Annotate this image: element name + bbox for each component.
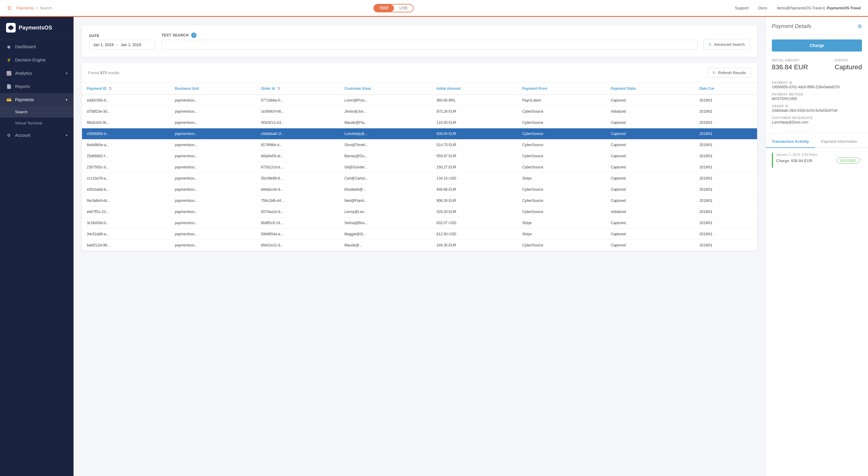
help-icon[interactable]: ? xyxy=(191,33,196,38)
sidebar-item-label-analytics: Analytics xyxy=(15,71,32,75)
table-cell: Captured xyxy=(606,95,695,106)
table-cell: Gil@Gunder... xyxy=(340,162,432,173)
col-order-id[interactable]: Order Id ⇅ xyxy=(256,83,340,95)
dashboard-icon: ◉ xyxy=(6,44,11,49)
table-row[interactable]: 8a4d8b0e-a...paymentsos...8176f96d-d...G… xyxy=(82,139,757,151)
table-cell: 50b8654a-a... xyxy=(256,229,340,240)
table-row[interactable]: eb67ff1c-22...paymentsos...5070aa14-d...… xyxy=(82,207,757,218)
table-cell: paymentsos... xyxy=(170,229,256,240)
table-cell: 612.50 USD xyxy=(432,229,518,240)
table-cell: Gino@Terwil... xyxy=(340,139,432,151)
table-cell: 134.10 USD xyxy=(432,173,518,184)
table-cell: 55c09b99-8... xyxy=(256,173,340,184)
env-live-button[interactable]: LIVE xyxy=(394,4,413,12)
environment-toggle[interactable]: TEST LIVE xyxy=(373,4,413,12)
col-business-unit[interactable]: Business Unit xyxy=(170,83,256,95)
col-payment-provider[interactable]: Payment Provi xyxy=(518,83,606,95)
expand-icon[interactable]: ˅ xyxy=(860,158,862,164)
table-row[interactable]: babf212d-96...paymentsos...b5b01e21-9...… xyxy=(82,240,757,251)
table-cell: Captured xyxy=(606,162,695,173)
support-link[interactable]: Support xyxy=(735,6,749,10)
table-cell: 8176f96d-d... xyxy=(256,139,340,151)
date-range-input[interactable]: Jan 1, 2019 – Jan 1, 2019 xyxy=(89,40,156,50)
filters-row: Date Jan 1, 2019 – Jan 1, 2019 Text Sear… xyxy=(89,33,750,50)
table-row[interactable]: a3d0c55b-0...paymentsos...57718b6a-0...L… xyxy=(82,95,757,106)
table-cell: Captured xyxy=(606,184,695,195)
table-cell: d758f23e-30... xyxy=(82,106,170,117)
table-row[interactable]: 3c18d33d-0...paymentsos...90dff2c9-18...… xyxy=(82,218,757,229)
table-cell: 520.20 EUR xyxy=(432,207,518,218)
col-order-id-label: Order Id xyxy=(261,87,275,91)
sort-icon: ⇅ xyxy=(109,87,112,91)
sidebar-item-dashboard[interactable]: ◉ Dashboard xyxy=(0,40,73,53)
table-cell: c0d0eba8-1f... xyxy=(256,128,340,139)
status-label: STATUS xyxy=(835,59,862,62)
col-initial-amount[interactable]: Initial Amount xyxy=(432,83,518,95)
col-payment-status[interactable]: Payment Statu xyxy=(606,83,695,95)
top-navigation: ☰ Payments / Search TEST LIVE Support Do… xyxy=(0,0,868,17)
env-test-button[interactable]: TEST xyxy=(374,4,394,12)
table-cell: 2019/01 xyxy=(695,195,757,207)
table-cell: f4e3a8e9-d4... xyxy=(82,195,170,207)
sidebar-item-virtual-terminal[interactable]: Virtual Terminal xyxy=(0,118,73,129)
order-id-value: c0d0eba8-1fb3-4326-bc53-6c5ef2b4f7e8 xyxy=(772,108,862,113)
table-cell: eb67ff1c-22... xyxy=(82,207,170,218)
text-search-input[interactable] xyxy=(161,40,698,50)
table-row[interactable]: e051babb-b...paymentsos...d44da14e-6...E… xyxy=(82,184,757,195)
transaction-activity-content: January 1, 2019, 8:00:54pm Charge: 836.8… xyxy=(766,148,868,172)
panel-settings-icon[interactable]: ⊕ xyxy=(858,23,862,30)
table-row[interactable]: f4e3a8e9-d4...paymentsos...758c1bfb-d4..… xyxy=(82,195,757,207)
sidebar-item-decision-engine[interactable]: ⚡ Decision Engine xyxy=(0,53,73,67)
text-search-group: Text Search ? xyxy=(161,33,698,50)
table-row[interactable]: cc110a78-a...paymentsos...55c09b99-8...C… xyxy=(82,173,757,184)
sidebar-item-payments[interactable]: 💳 Payments ▾ xyxy=(0,93,73,106)
search-filters-panel: Date Jan 1, 2019 – Jan 1, 2019 Text Sear… xyxy=(82,25,757,57)
table-cell: Carl@Carlso... xyxy=(340,173,432,184)
col-date-created[interactable]: Date Cre xyxy=(695,83,757,95)
payment-method-label: Payment Method xyxy=(772,93,862,96)
order-sort-icon: ⇅ xyxy=(277,87,280,91)
table-cell: 8a4d8b0e-a... xyxy=(82,139,170,151)
charge-button[interactable]: Charge xyxy=(772,39,862,52)
table-cell: 2019/01 xyxy=(695,229,757,240)
breadcrumb-payments[interactable]: Payments xyxy=(16,6,34,10)
panel-title: Payment Details xyxy=(772,23,811,30)
table-cell: paymentsos... xyxy=(170,151,256,162)
table-row[interactable]: c9566856-d...paymentsos...c0d0eba8-1f...… xyxy=(82,128,757,139)
sidebar-item-reports[interactable]: 📄 Reports xyxy=(0,80,73,93)
sidebar-item-search[interactable]: Search xyxy=(0,106,73,118)
table-cell: Captured xyxy=(606,117,695,128)
sidebar-item-analytics[interactable]: 📈 Analytics ▾ xyxy=(0,67,73,80)
docs-link[interactable]: Docs xyxy=(758,6,767,10)
col-customer-email[interactable]: Customer Emai xyxy=(340,83,432,95)
sidebar-item-label-decision-engine: Decision Engine xyxy=(15,58,45,62)
tab-payment-information[interactable]: Payment Information xyxy=(815,135,863,148)
payments-chevron-icon: ▾ xyxy=(66,98,67,102)
table-cell: Maude@... xyxy=(340,240,432,251)
col-payment-id[interactable]: Payment ID ⇅ xyxy=(82,83,170,95)
table-row[interactable]: 2357505c-b...paymentsos...672612cd-d...G… xyxy=(82,162,757,173)
table-cell: Selma@Bou... xyxy=(340,218,432,229)
transaction-item: January 1, 2019, 8:00:54pm Charge: 836.8… xyxy=(772,153,862,168)
sidebar-item-account[interactable]: ⚙ Account ▾ xyxy=(0,129,73,142)
account-icon: ⚙ xyxy=(6,133,11,138)
col-payment-id-label: Payment ID xyxy=(87,87,106,91)
table-cell: 2019/01 xyxy=(695,139,757,151)
tab-transaction-activity[interactable]: Transaction Activity xyxy=(766,135,815,148)
table-row[interactable]: d758f23e-30...paymentsos...1e364fc9-66..… xyxy=(82,106,757,117)
table-cell: paymentsos... xyxy=(170,139,256,151)
table-cell: Captured xyxy=(606,229,695,240)
table-row[interactable]: f6bd1d31-f6...paymentsos...4f3c9211-e3..… xyxy=(82,117,757,128)
hamburger-icon[interactable]: ☰ xyxy=(7,5,11,11)
table-cell: e051babb-b... xyxy=(82,184,170,195)
advanced-search-button[interactable]: ⧖ Advanced Search xyxy=(704,39,750,50)
text-search-label-row: Text Search ? xyxy=(161,33,698,38)
sidebar-item-label-dashboard: Dashboard xyxy=(15,44,36,49)
table-cell: paymentsos... xyxy=(170,195,256,207)
table-body: a3d0c55b-0...paymentsos...57718b6a-0...L… xyxy=(82,95,757,251)
table-row[interactable]: 25d66882-f...paymentsos...bf0a0e59-af...… xyxy=(82,151,757,162)
refresh-results-button[interactable]: ↻ Refresh Results xyxy=(707,68,751,78)
advanced-search-label: Advanced Search xyxy=(714,42,745,47)
table-cell: 646.66 EUR xyxy=(432,184,518,195)
table-row[interactable]: 34c52a86-a...paymentsos...50b8654a-a...M… xyxy=(82,229,757,240)
